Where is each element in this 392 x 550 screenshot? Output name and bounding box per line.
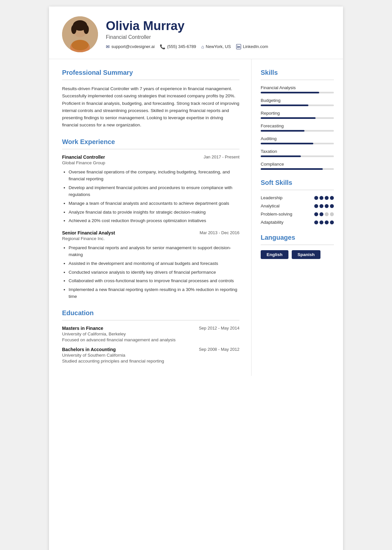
- svg-point-5: [84, 25, 89, 34]
- dot-empty: [325, 212, 329, 216]
- dot-filled: [319, 196, 323, 200]
- skill-bar-fill: [261, 168, 323, 170]
- contact-list: ✉ support@cvdesigner.ai 📞 (555) 345-6789…: [106, 44, 330, 49]
- dot-filled: [314, 196, 318, 200]
- header-section: Olivia Murray Financial Controller ✉ sup…: [49, 7, 343, 59]
- edu-left: Masters in Finance University of Califor…: [62, 326, 126, 336]
- languages-section: Languages English Spanish: [261, 234, 334, 259]
- education-divider: [62, 320, 239, 320]
- dot-filled: [319, 212, 323, 216]
- soft-skills-divider: [261, 190, 334, 190]
- skill-name: Forecasting: [261, 123, 334, 128]
- dot-filled: [325, 196, 329, 200]
- job-item: Financial Controller Global Finance Grou…: [62, 154, 239, 224]
- education-section: Education Masters in Finance University …: [62, 309, 239, 364]
- skill-bar-bg: [261, 130, 334, 132]
- skill-dots: [314, 204, 334, 208]
- edu-header: Bachelors in Accounting University of So…: [62, 347, 239, 358]
- list-item: Oversee financial operations of the comp…: [69, 169, 239, 183]
- edu-school: University of California, Berkeley: [62, 332, 126, 336]
- job-date: Jan 2017 - Present: [204, 154, 239, 159]
- dot-filled: [330, 220, 334, 224]
- skill-bar-bg: [261, 143, 334, 144]
- edu-description: Studied accounting principles and financ…: [62, 359, 239, 364]
- avatar: [62, 16, 98, 52]
- candidate-title: Financial Controller: [106, 34, 330, 40]
- skill-bar-bg: [261, 168, 334, 170]
- job-left: Financial Controller Global Finance Grou…: [62, 154, 105, 165]
- list-item: Conducted variance analysis to identify …: [69, 269, 239, 276]
- summary-section: Professional Summary Results-driven Fina…: [62, 69, 239, 129]
- contact-location: ⌂ NewYork, US: [201, 44, 231, 49]
- edu-left: Bachelors in Accounting University of So…: [62, 347, 125, 358]
- skill-item: Budgeting: [261, 98, 334, 106]
- skill-dots: [314, 220, 334, 224]
- contact-email: ✉ support@cvdesigner.ai: [106, 44, 155, 49]
- language-badges: English Spanish: [261, 250, 334, 259]
- soft-skill-name: Leadership: [261, 195, 283, 200]
- skills-title: Skills: [261, 69, 334, 76]
- degree-item: Bachelors in Accounting University of So…: [62, 347, 239, 364]
- job-company: Global Finance Group: [62, 160, 105, 165]
- soft-skill-item: Problem-solving: [261, 212, 334, 217]
- job-bullets: Oversee financial operations of the comp…: [62, 169, 239, 224]
- job-header: Financial Controller Global Finance Grou…: [62, 154, 239, 165]
- edu-description: Focused on advanced financial management…: [62, 337, 239, 342]
- skill-item: Auditing: [261, 136, 334, 144]
- list-item: Achieved a 20% cost reduction through pr…: [69, 217, 239, 224]
- job-bullets: Prepared financial reports and analysis …: [62, 244, 239, 300]
- dot-filled: [314, 220, 318, 224]
- skill-bar-fill: [261, 92, 319, 93]
- language-badge-english: English: [261, 250, 288, 259]
- language-badge-spanish: Spanish: [292, 250, 321, 259]
- edu-date: Sep 2012 - May 2014: [199, 326, 239, 331]
- degree-item: Masters in Finance University of Califor…: [62, 326, 239, 342]
- linkedin-text: LinkedIn.com: [243, 44, 268, 49]
- phone-text: (555) 345-6789: [167, 44, 196, 49]
- edu-header: Masters in Finance University of Califor…: [62, 326, 239, 336]
- list-item: Prepared financial reports and analysis …: [69, 244, 239, 258]
- skill-bar-fill: [261, 155, 301, 157]
- dot-filled: [314, 204, 318, 208]
- job-title: Senior Financial Analyst: [62, 230, 115, 235]
- dot-filled: [319, 220, 323, 224]
- dot-filled: [314, 212, 318, 216]
- skills-section: Skills Financial Analysis Budgeting Repo…: [261, 69, 334, 170]
- skill-name: Auditing: [261, 136, 334, 141]
- sidebar-column: Skills Financial Analysis Budgeting Repo…: [252, 59, 343, 376]
- job-title: Financial Controller: [62, 154, 105, 160]
- work-title: Work Experience: [62, 138, 239, 146]
- list-item: Implemented a new financial reporting sy…: [69, 286, 239, 300]
- dot-filled: [325, 204, 329, 208]
- skill-name: Taxation: [261, 149, 334, 154]
- dot-filled: [330, 196, 334, 200]
- list-item: Manage a team of financial analysts and …: [69, 200, 239, 207]
- contact-linkedin: in LinkedIn.com: [236, 44, 268, 49]
- skill-bar-fill: [261, 143, 313, 144]
- resume-container: Olivia Murray Financial Controller ✉ sup…: [49, 7, 343, 550]
- soft-skill-item: Analytical: [261, 203, 334, 208]
- skill-bar-bg: [261, 105, 334, 106]
- email-text: support@cvdesigner.ai: [111, 44, 155, 49]
- work-divider: [62, 149, 239, 149]
- svg-point-4: [71, 25, 76, 34]
- education-title: Education: [62, 309, 239, 317]
- dot-filled: [330, 204, 334, 208]
- job-left: Senior Financial Analyst Regional Financ…: [62, 230, 115, 241]
- skill-bar-fill: [261, 105, 308, 106]
- skill-dots: [314, 196, 334, 200]
- job-date: Mar 2013 - Dec 2016: [200, 230, 239, 235]
- svg-point-6: [72, 40, 89, 50]
- skill-name: Financial Analysis: [261, 85, 334, 90]
- soft-skill-name: Problem-solving: [261, 212, 292, 217]
- soft-skill-name: Adaptability: [261, 220, 284, 225]
- skill-name: Budgeting: [261, 98, 334, 103]
- candidate-name: Olivia Murray: [106, 19, 330, 33]
- edu-degree: Masters in Finance: [62, 326, 126, 331]
- summary-divider: [62, 80, 239, 80]
- skills-divider: [261, 80, 334, 80]
- skill-item: Compliance: [261, 162, 334, 170]
- list-item: Collaborated with cross-functional teams…: [69, 277, 239, 284]
- languages-title: Languages: [261, 234, 334, 241]
- list-item: Analyze financial data to provide insigh…: [69, 209, 239, 216]
